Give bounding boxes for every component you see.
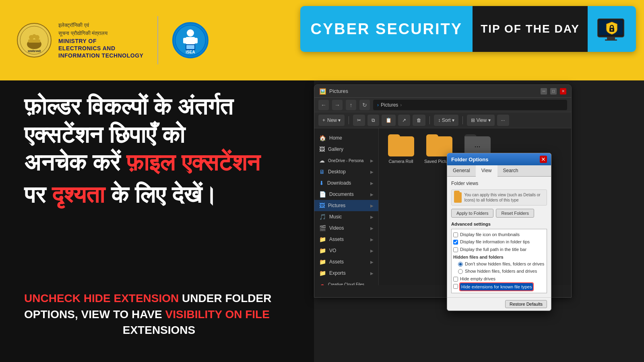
setting-empty-drives: Hide empty drives [453, 275, 545, 282]
nav-cc-files[interactable]: ☁ Creative Cloud Files [314, 279, 378, 285]
new-btn[interactable]: + New ▾ [318, 115, 345, 126]
file-camera-roll[interactable]: Camera Roll [385, 134, 417, 164]
address-sep2: › [400, 102, 402, 108]
delete-btn[interactable]: 🗑 [413, 115, 425, 126]
view-btn[interactable]: ⊞ View ▾ [467, 115, 494, 126]
back-btn[interactable]: ← [318, 100, 329, 110]
nav-pictures[interactable]: 🖼 Pictures ▶ [314, 200, 378, 211]
folder-views-title: Folder views [451, 181, 547, 186]
desktop-icon: 🖥 [319, 169, 325, 175]
window-title: Pictures [329, 88, 348, 94]
main-content: फ़ोल्डर विकल्पों के अंतर्गतएक्सटेंशन छिप… [0, 80, 644, 362]
music-arrow: ▶ [370, 215, 374, 219]
copy-btn[interactable]: ⧉ [367, 115, 379, 126]
nav-onedrive-persona[interactable]: ☁ OneDrive - Persona ▶ [314, 155, 378, 166]
nav-desktop[interactable]: 🖥 Desktop ▶ [314, 166, 378, 177]
chk-empty-drives[interactable] [453, 277, 458, 282]
window-controls: ─ □ ✕ [541, 88, 566, 95]
nav-vo[interactable]: 📁 VO ▶ [314, 245, 378, 256]
nav-home-label: Home [329, 135, 342, 141]
ministry-english-line2: ELECTRONICS AND [58, 45, 143, 51]
nav-exports[interactable]: 📁 Exports ▶ [314, 267, 378, 279]
nav-cc-label: Creative Cloud Files [328, 282, 364, 286]
nav-videos[interactable]: 🎬 Videos ▶ [314, 222, 378, 234]
hindi-text3: के लिए देखें। [105, 181, 217, 208]
camera-roll-name: Camera Roll [388, 159, 413, 164]
pictures-icon: 🖼 [319, 202, 325, 209]
address-bar[interactable]: › Pictures › [373, 100, 567, 110]
chk-file-icon[interactable] [453, 232, 458, 237]
nav-gallery[interactable]: 🖼 Gallery [314, 144, 378, 155]
section-hidden-files: Hidden files and folders [453, 253, 545, 260]
chk-hide-extensions[interactable] [453, 284, 458, 289]
cc-icon: ☁ [319, 281, 325, 285]
nav-toolbar: ← → ↑ ↻ › Pictures › [314, 98, 571, 112]
up-btn[interactable]: ↑ [346, 100, 356, 110]
sort-btn[interactable]: ↕ Sort ▾ [434, 115, 458, 126]
nav-exports-label: Exports [329, 270, 346, 276]
address-breadcrumb: › [377, 102, 379, 108]
dialog-close-btn[interactable]: ✕ [540, 156, 547, 163]
cyber-middle: TIP OF THE DAY [473, 6, 588, 52]
chk-folder-merge[interactable] [453, 293, 458, 293]
exports-icon: 📁 [319, 270, 326, 276]
assets2-arrow: ▶ [370, 260, 374, 264]
folder-view-preview: You can apply this view (such as Details… [451, 189, 547, 206]
english-subheading: UNCHECK HIDE EXTENSION UNDER FOLDEROPTIO… [24, 290, 294, 354]
restore-defaults-btn[interactable]: Restore Defaults [505, 300, 547, 308]
ministry-hindi-line2: सूचना प्रौद्योगिकी मंत्रालय [58, 30, 143, 37]
dialog-footer: Restore Defaults [447, 297, 551, 311]
music-icon: 🎵 [319, 214, 326, 220]
ribbon-sep2 [429, 116, 430, 124]
gov-text-area: इलेक्ट्रॉनिकी एवं सूचना प्रौद्योगिकी मंत… [58, 22, 143, 59]
radio-dont-show[interactable] [458, 262, 463, 267]
nav-assets2-label: Assets [329, 259, 344, 265]
cut-icon: ✂ [357, 117, 361, 123]
exports-arrow: ▶ [370, 271, 374, 276]
setting-file-info-label: Display file information in folder tips [460, 239, 530, 245]
setting-hide-extensions: Hide extensions for known file types [453, 282, 545, 291]
maximize-btn[interactable]: □ [550, 88, 557, 95]
window-ribbon: + New ▾ ✂ ⧉ 📋 ↗ 🗑 ↕ Sort ▾ ⊞ View ▾ ··· [314, 112, 571, 128]
setting-show-hidden-label: Show hidden files, folders and drives [465, 268, 537, 274]
ribbon-sep1 [349, 116, 349, 124]
nav-music[interactable]: 🎵 Music ▶ [314, 211, 378, 222]
cut-btn[interactable]: ✂ [353, 115, 365, 126]
nav-assets1-label: Assets [329, 237, 344, 242]
dialog-title: Folder Options [451, 156, 488, 162]
nav-home[interactable]: 🏠 Home [314, 132, 378, 144]
english-extensions: EXTENSIONS [123, 324, 195, 336]
paste-btn[interactable]: 📋 [382, 115, 396, 126]
tab-general[interactable]: General [447, 165, 476, 176]
vo-arrow: ▶ [370, 249, 374, 253]
close-btn[interactable]: ✕ [560, 88, 566, 95]
assets1-icon: 📁 [319, 236, 326, 243]
chk-full-path[interactable] [453, 247, 458, 252]
refresh-btn[interactable]: ↻ [359, 100, 370, 110]
apply-to-folders-btn[interactable]: Apply to Folders [451, 209, 493, 218]
nav-assets1[interactable]: 📁 Assets ▶ [314, 234, 378, 245]
reset-folders-btn[interactable]: Reset Folders [496, 209, 534, 218]
emblem: सत्यमेव जयते [16, 22, 52, 58]
share-btn[interactable]: ↗ [398, 115, 410, 126]
tab-search[interactable]: Search [497, 165, 524, 176]
more-btn[interactable]: ··· [497, 115, 509, 126]
downloads-icon: ⬇ [319, 180, 324, 186]
english-red-em: UNCHECK HIDE EXTENSION [24, 292, 179, 304]
nav-downloads[interactable]: ⬇ Downloads ▶ [314, 177, 378, 189]
folder-options-dialog: Folder Options ✕ General View Search Fol… [447, 153, 551, 311]
settings-list[interactable]: Display file icon on thumbnails Display … [451, 229, 547, 293]
svg-point-6 [32, 34, 36, 38]
cyber-text1: CYBER SECURITY [310, 21, 462, 38]
setting-full-path: Display the full path in the title bar [453, 246, 545, 253]
ministry-english-line1: MINISTRY OF [58, 38, 143, 44]
minimize-btn[interactable]: ─ [541, 88, 547, 95]
radio-show-hidden[interactable] [458, 269, 463, 274]
svg-text:iSEA: iSEA [186, 50, 195, 54]
tab-view[interactable]: View [476, 165, 497, 177]
forward-btn[interactable]: → [332, 100, 343, 110]
setting-folder-merge: Hide folder merge conflicts [453, 291, 545, 293]
nav-assets2[interactable]: 📁 Assets ▶ [314, 256, 378, 267]
chk-file-info[interactable] [453, 240, 458, 245]
nav-documents[interactable]: 📄 Documents ▶ [314, 189, 378, 200]
